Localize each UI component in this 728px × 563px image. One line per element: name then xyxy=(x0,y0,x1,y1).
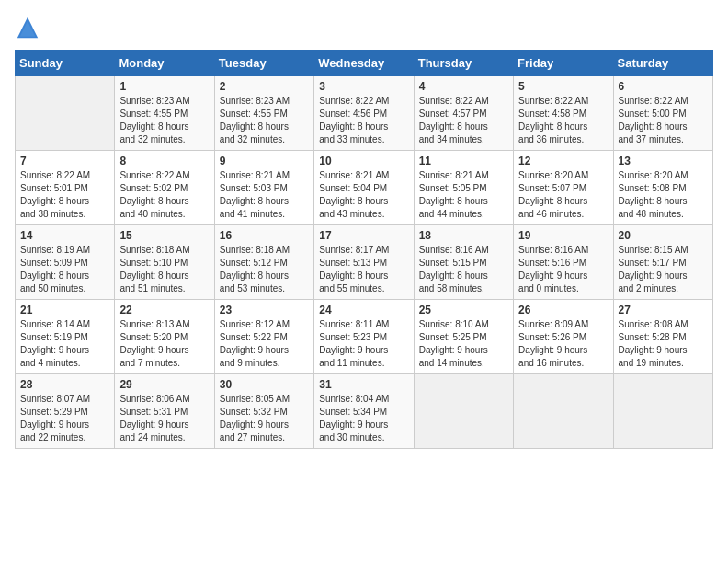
day-info: Sunrise: 8:21 AM Sunset: 5:05 PM Dayligh… xyxy=(419,169,508,221)
day-info: Sunrise: 8:21 AM Sunset: 5:04 PM Dayligh… xyxy=(319,169,408,221)
day-info: Sunrise: 8:05 AM Sunset: 5:32 PM Dayligh… xyxy=(220,393,309,444)
calendar-cell: 29Sunrise: 8:06 AM Sunset: 5:31 PM Dayli… xyxy=(115,374,214,449)
day-number: 25 xyxy=(419,304,508,316)
calendar-cell: 7Sunrise: 8:22 AM Sunset: 5:01 PM Daylig… xyxy=(16,151,115,225)
calendar-cell: 19Sunrise: 8:16 AM Sunset: 5:16 PM Dayli… xyxy=(514,225,613,300)
day-info: Sunrise: 8:20 AM Sunset: 5:07 PM Dayligh… xyxy=(518,169,608,221)
day-number: 14 xyxy=(20,229,109,242)
day-number: 27 xyxy=(619,304,708,316)
day-info: Sunrise: 8:04 AM Sunset: 5:34 PM Dayligh… xyxy=(319,393,408,444)
day-info: Sunrise: 8:17 AM Sunset: 5:13 PM Dayligh… xyxy=(319,244,408,295)
day-info: Sunrise: 8:14 AM Sunset: 5:19 PM Dayligh… xyxy=(20,318,109,370)
day-info: Sunrise: 8:19 AM Sunset: 5:09 PM Dayligh… xyxy=(20,244,109,295)
day-number: 30 xyxy=(220,378,309,391)
day-info: Sunrise: 8:16 AM Sunset: 5:16 PM Dayligh… xyxy=(518,244,608,295)
calendar-cell: 27Sunrise: 8:08 AM Sunset: 5:28 PM Dayli… xyxy=(613,300,712,374)
day-number: 20 xyxy=(619,229,708,242)
calendar-cell: 8Sunrise: 8:22 AM Sunset: 5:02 PM Daylig… xyxy=(115,151,214,225)
day-info: Sunrise: 8:16 AM Sunset: 5:15 PM Dayligh… xyxy=(419,244,508,295)
day-number: 4 xyxy=(419,80,508,93)
day-number: 19 xyxy=(518,229,608,242)
day-info: Sunrise: 8:23 AM Sunset: 4:55 PM Dayligh… xyxy=(220,95,309,146)
calendar-cell: 30Sunrise: 8:05 AM Sunset: 5:32 PM Dayli… xyxy=(214,374,313,449)
day-info: Sunrise: 8:10 AM Sunset: 5:25 PM Dayligh… xyxy=(419,318,508,370)
calendar-cell: 5Sunrise: 8:22 AM Sunset: 4:58 PM Daylig… xyxy=(514,76,613,151)
day-number: 2 xyxy=(220,80,309,93)
day-number: 22 xyxy=(119,304,209,316)
logo-icon xyxy=(15,15,40,40)
calendar-cell xyxy=(16,76,115,151)
page-header xyxy=(15,15,713,40)
calendar-cell: 13Sunrise: 8:20 AM Sunset: 5:08 PM Dayli… xyxy=(613,151,712,225)
day-number: 8 xyxy=(119,155,209,167)
calendar-table: SundayMondayTuesdayWednesdayThursdayFrid… xyxy=(15,50,713,449)
calendar-cell xyxy=(414,374,513,449)
day-number: 7 xyxy=(20,155,109,167)
day-number: 21 xyxy=(20,304,109,316)
day-number: 15 xyxy=(119,229,209,242)
day-info: Sunrise: 8:23 AM Sunset: 4:55 PM Dayligh… xyxy=(119,95,209,146)
day-number: 16 xyxy=(220,229,309,242)
day-info: Sunrise: 8:18 AM Sunset: 5:10 PM Dayligh… xyxy=(119,244,209,295)
calendar-cell: 21Sunrise: 8:14 AM Sunset: 5:19 PM Dayli… xyxy=(16,300,115,374)
calendar-cell: 12Sunrise: 8:20 AM Sunset: 5:07 PM Dayli… xyxy=(514,151,613,225)
day-info: Sunrise: 8:09 AM Sunset: 5:26 PM Dayligh… xyxy=(518,318,608,370)
day-info: Sunrise: 8:07 AM Sunset: 5:29 PM Dayligh… xyxy=(20,393,109,444)
calendar-cell: 25Sunrise: 8:10 AM Sunset: 5:25 PM Dayli… xyxy=(414,300,513,374)
weekday-header-row: SundayMondayTuesdayWednesdayThursdayFrid… xyxy=(16,51,713,76)
calendar-cell: 26Sunrise: 8:09 AM Sunset: 5:26 PM Dayli… xyxy=(514,300,613,374)
day-number: 28 xyxy=(20,378,109,391)
calendar-cell: 31Sunrise: 8:04 AM Sunset: 5:34 PM Dayli… xyxy=(314,374,414,449)
day-info: Sunrise: 8:22 AM Sunset: 5:01 PM Dayligh… xyxy=(20,169,109,221)
calendar-week-row: 1Sunrise: 8:23 AM Sunset: 4:55 PM Daylig… xyxy=(16,76,713,151)
day-info: Sunrise: 8:21 AM Sunset: 5:03 PM Dayligh… xyxy=(220,169,309,221)
day-number: 13 xyxy=(619,155,708,167)
calendar-cell: 18Sunrise: 8:16 AM Sunset: 5:15 PM Dayli… xyxy=(414,225,513,300)
calendar-week-row: 14Sunrise: 8:19 AM Sunset: 5:09 PM Dayli… xyxy=(16,225,713,300)
calendar-cell: 2Sunrise: 8:23 AM Sunset: 4:55 PM Daylig… xyxy=(214,76,313,151)
calendar-cell: 3Sunrise: 8:22 AM Sunset: 4:56 PM Daylig… xyxy=(314,76,414,151)
day-number: 1 xyxy=(119,80,209,93)
calendar-cell: 11Sunrise: 8:21 AM Sunset: 5:05 PM Dayli… xyxy=(414,151,513,225)
weekday-header: Tuesday xyxy=(214,51,313,76)
calendar-cell: 14Sunrise: 8:19 AM Sunset: 5:09 PM Dayli… xyxy=(16,225,115,300)
day-info: Sunrise: 8:22 AM Sunset: 5:02 PM Dayligh… xyxy=(119,169,209,221)
calendar-cell: 22Sunrise: 8:13 AM Sunset: 5:20 PM Dayli… xyxy=(115,300,214,374)
day-number: 23 xyxy=(220,304,309,316)
calendar-cell: 6Sunrise: 8:22 AM Sunset: 5:00 PM Daylig… xyxy=(613,76,712,151)
weekday-header: Saturday xyxy=(613,51,712,76)
calendar-cell: 20Sunrise: 8:15 AM Sunset: 5:17 PM Dayli… xyxy=(613,225,712,300)
day-info: Sunrise: 8:22 AM Sunset: 4:57 PM Dayligh… xyxy=(419,95,508,146)
calendar-week-row: 28Sunrise: 8:07 AM Sunset: 5:29 PM Dayli… xyxy=(16,374,713,449)
day-number: 11 xyxy=(419,155,508,167)
day-number: 5 xyxy=(518,80,608,93)
day-info: Sunrise: 8:12 AM Sunset: 5:22 PM Dayligh… xyxy=(220,318,309,370)
day-info: Sunrise: 8:18 AM Sunset: 5:12 PM Dayligh… xyxy=(220,244,309,295)
calendar-cell xyxy=(514,374,613,449)
calendar-cell: 1Sunrise: 8:23 AM Sunset: 4:55 PM Daylig… xyxy=(115,76,214,151)
weekday-header: Sunday xyxy=(16,51,115,76)
day-number: 17 xyxy=(319,229,408,242)
day-number: 24 xyxy=(319,304,408,316)
day-number: 9 xyxy=(220,155,309,167)
weekday-header: Wednesday xyxy=(314,51,414,76)
day-number: 18 xyxy=(419,229,508,242)
calendar-week-row: 21Sunrise: 8:14 AM Sunset: 5:19 PM Dayli… xyxy=(16,300,713,374)
calendar-cell xyxy=(613,374,712,449)
calendar-cell: 23Sunrise: 8:12 AM Sunset: 5:22 PM Dayli… xyxy=(214,300,313,374)
calendar-cell: 17Sunrise: 8:17 AM Sunset: 5:13 PM Dayli… xyxy=(314,225,414,300)
calendar-week-row: 7Sunrise: 8:22 AM Sunset: 5:01 PM Daylig… xyxy=(16,151,713,225)
calendar-cell: 28Sunrise: 8:07 AM Sunset: 5:29 PM Dayli… xyxy=(16,374,115,449)
day-info: Sunrise: 8:13 AM Sunset: 5:20 PM Dayligh… xyxy=(119,318,209,370)
day-number: 29 xyxy=(119,378,209,391)
day-number: 10 xyxy=(319,155,408,167)
calendar-cell: 16Sunrise: 8:18 AM Sunset: 5:12 PM Dayli… xyxy=(214,225,313,300)
day-number: 31 xyxy=(319,378,408,391)
day-number: 26 xyxy=(518,304,608,316)
weekday-header: Thursday xyxy=(414,51,513,76)
day-number: 3 xyxy=(319,80,408,93)
day-info: Sunrise: 8:11 AM Sunset: 5:23 PM Dayligh… xyxy=(319,318,408,370)
day-info: Sunrise: 8:22 AM Sunset: 4:58 PM Dayligh… xyxy=(518,95,608,146)
day-info: Sunrise: 8:15 AM Sunset: 5:17 PM Dayligh… xyxy=(619,244,708,295)
calendar-cell: 24Sunrise: 8:11 AM Sunset: 5:23 PM Dayli… xyxy=(314,300,414,374)
